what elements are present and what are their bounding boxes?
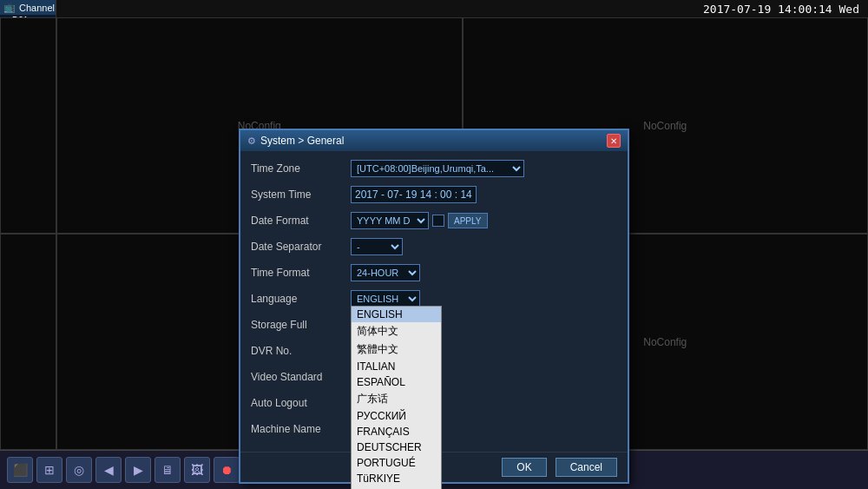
lang-option-portuguese[interactable]: PORTUGUÉ bbox=[352, 455, 441, 471]
date-format-row: Date Format YYYY MM D APPLY bbox=[251, 210, 617, 231]
date-format-apply-button[interactable]: APPLY bbox=[448, 213, 488, 228]
time-zone-label: Time Zone bbox=[251, 162, 351, 175]
time-zone-select[interactable]: [UTC+08:00]Beijing,Urumqi,Ta... bbox=[351, 160, 524, 177]
machine-name-label: Machine Name bbox=[251, 423, 351, 435]
dialog-title-left: ⚙ System > General bbox=[247, 135, 344, 147]
date-format-label: Date Format bbox=[251, 215, 351, 227]
lang-option-traditional-chinese[interactable]: 繁體中文 bbox=[352, 340, 441, 359]
dialog-close-button[interactable]: ✕ bbox=[607, 134, 621, 148]
date-separator-select[interactable]: - bbox=[351, 238, 403, 255]
date-format-checkbox[interactable] bbox=[432, 215, 444, 227]
date-format-select[interactable]: YYYY MM D bbox=[351, 212, 429, 229]
system-time-value: 2017 - 07- 19 14 : 00 : 14 bbox=[355, 188, 472, 201]
language-select[interactable]: ENGLISH bbox=[351, 290, 420, 307]
lang-option-turkish[interactable]: TüRKIYE bbox=[352, 471, 441, 486]
time-zone-row: Time Zone [UTC+08:00]Beijing,Urumqi,Ta..… bbox=[251, 158, 617, 179]
time-format-row: Time Format 24-HOUR bbox=[251, 262, 617, 283]
dialog-title: System > General bbox=[260, 135, 344, 147]
date-format-controls: YYYY MM D APPLY bbox=[351, 212, 488, 229]
auto-logout-label: Auto Logout bbox=[251, 397, 351, 409]
lang-option-simplified-chinese[interactable]: 简体中文 bbox=[352, 322, 441, 340]
dvr-no-label: DVR No. bbox=[251, 345, 351, 357]
lang-option-english[interactable]: ENGLISH bbox=[352, 307, 441, 322]
time-format-label: Time Format bbox=[251, 267, 351, 279]
cancel-button[interactable]: Cancel bbox=[556, 458, 617, 477]
video-standard-label: Video Standard bbox=[251, 371, 351, 383]
lang-option-espanol[interactable]: ESPAÑOL bbox=[352, 374, 441, 390]
system-time-row: System Time 2017 - 07- 19 14 : 00 : 14 bbox=[251, 184, 617, 205]
system-time-label: System Time bbox=[251, 188, 351, 201]
dvr-screen: 2017-07-19 14:00:14 Wed 📺 Channel ✕ D01 … bbox=[0, 0, 868, 489]
lang-option-russian[interactable]: РУССКИЙ bbox=[352, 408, 441, 424]
dialog-body: Time Zone [UTC+08:00]Beijing,Urumqi,Ta..… bbox=[240, 151, 628, 452]
date-separator-label: Date Separator bbox=[251, 241, 351, 253]
dialog-overlay: ⚙ System > General ✕ Time Zone [UTC+08:0… bbox=[0, 0, 868, 489]
language-label: Language bbox=[251, 293, 351, 305]
system-general-dialog: ⚙ System > General ✕ Time Zone [UTC+08:0… bbox=[239, 129, 629, 484]
language-dropdown-container: ENGLISH ENGLISH 简体中文 繁體中文 ITALIAN ESPAÑO… bbox=[351, 290, 420, 307]
language-dropdown-list[interactable]: ENGLISH 简体中文 繁體中文 ITALIAN ESPAÑOL 广东话 РУ… bbox=[351, 306, 442, 489]
date-separator-row: Date Separator - bbox=[251, 236, 617, 257]
settings-icon: ⚙ bbox=[247, 135, 256, 147]
lang-option-italian[interactable]: ITALIAN bbox=[352, 359, 441, 374]
time-format-select[interactable]: 24-HOUR bbox=[351, 264, 420, 281]
lang-option-german[interactable]: DEUTSCHER bbox=[352, 439, 441, 455]
lang-option-cantonese[interactable]: 广东话 bbox=[352, 390, 441, 408]
storage-full-label: Storage Full bbox=[251, 319, 351, 331]
system-time-input[interactable]: 2017 - 07- 19 14 : 00 : 14 bbox=[351, 186, 477, 203]
language-row: Language ENGLISH ENGLISH 简体中文 繁體中文 ITALI… bbox=[251, 288, 617, 309]
lang-option-french[interactable]: FRANÇAIS bbox=[352, 424, 441, 439]
dialog-titlebar: ⚙ System > General ✕ bbox=[240, 130, 628, 151]
ok-button[interactable]: OK bbox=[502, 458, 546, 477]
